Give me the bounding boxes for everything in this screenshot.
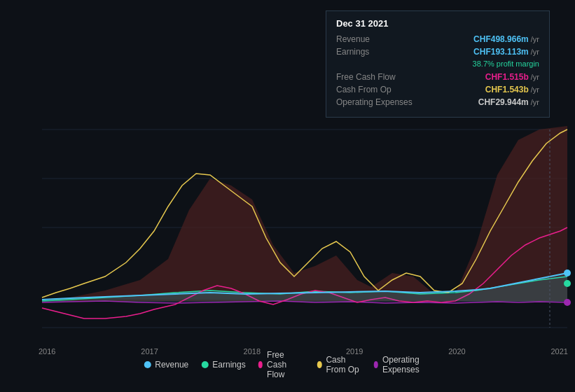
tooltip-earnings-label: Earnings xyxy=(336,47,369,57)
legend-revenue: Revenue xyxy=(144,360,188,370)
legend-label-opex: Operating Expenses xyxy=(382,355,431,374)
x-label-2021: 2021 xyxy=(550,347,567,356)
legend-label-fcf: Free Cash Flow xyxy=(267,350,305,379)
legend-label-cashop: Cash From Op xyxy=(326,355,361,374)
chart-container: CHF2b CHF0 -CHF200m xyxy=(0,0,575,392)
tooltip-opex-row: Operating Expenses CHF29.944m /yr xyxy=(336,97,539,107)
tooltip-revenue-suffix: /yr xyxy=(531,35,539,43)
legend-dot-cashop xyxy=(317,361,321,368)
tooltip-cashop-row: Cash From Op CHF1.543b /yr xyxy=(336,85,539,94)
legend-label-earnings: Earnings xyxy=(212,360,245,370)
tooltip-fcf-row: Free Cash Flow CHF1.515b /yr xyxy=(336,72,539,82)
tooltip-earnings-suffix: /yr xyxy=(531,48,539,56)
tooltip-opex-value: CHF29.944m xyxy=(478,97,529,107)
tooltip-earnings-value: CHF193.113m xyxy=(473,47,529,57)
tooltip-earnings-row: Earnings CHF193.113m /yr xyxy=(336,47,539,57)
legend-cashop: Cash From Op xyxy=(317,355,361,374)
legend-fcf: Free Cash Flow xyxy=(258,350,305,379)
tooltip-cashop-suffix: /yr xyxy=(531,85,539,94)
legend-opex: Operating Expenses xyxy=(374,355,431,374)
x-label-2016: 2016 xyxy=(39,347,55,356)
x-label-2020: 2020 xyxy=(448,347,465,356)
legend-dot-earnings xyxy=(201,361,208,368)
tooltip-fcf-value: CHF1.515b xyxy=(485,72,529,82)
tooltip-cashop-value: CHF1.543b xyxy=(485,85,529,94)
tooltip-fcf-suffix: /yr xyxy=(531,73,539,81)
svg-point-9 xyxy=(564,280,571,287)
legend-dot-opex xyxy=(374,361,378,368)
tooltip-profit-margin: 38.7% profit margin xyxy=(473,59,539,68)
tooltip-cashop-label: Cash From Op xyxy=(336,85,392,94)
tooltip-revenue-label: Revenue xyxy=(336,34,370,44)
legend-earnings: Earnings xyxy=(201,360,245,370)
tooltip-box: Dec 31 2021 Revenue CHF498.966m /yr Earn… xyxy=(326,10,550,118)
tooltip-opex-suffix: /yr xyxy=(531,98,539,106)
legend-dot-revenue xyxy=(144,361,151,368)
tooltip-revenue-value: CHF498.966m xyxy=(473,34,529,44)
svg-point-8 xyxy=(564,270,571,276)
legend: Revenue Earnings Free Cash Flow Cash Fro… xyxy=(144,350,431,379)
tooltip-profit-row: 38.7% profit margin xyxy=(336,59,539,68)
tooltip-revenue-row: Revenue CHF498.966m /yr xyxy=(336,34,539,44)
svg-point-10 xyxy=(564,299,571,306)
legend-dot-fcf xyxy=(258,361,263,368)
tooltip-opex-label: Operating Expenses xyxy=(336,97,413,107)
legend-label-revenue: Revenue xyxy=(155,360,188,370)
tooltip-fcf-label: Free Cash Flow xyxy=(336,72,396,82)
tooltip-date: Dec 31 2021 xyxy=(336,18,539,29)
